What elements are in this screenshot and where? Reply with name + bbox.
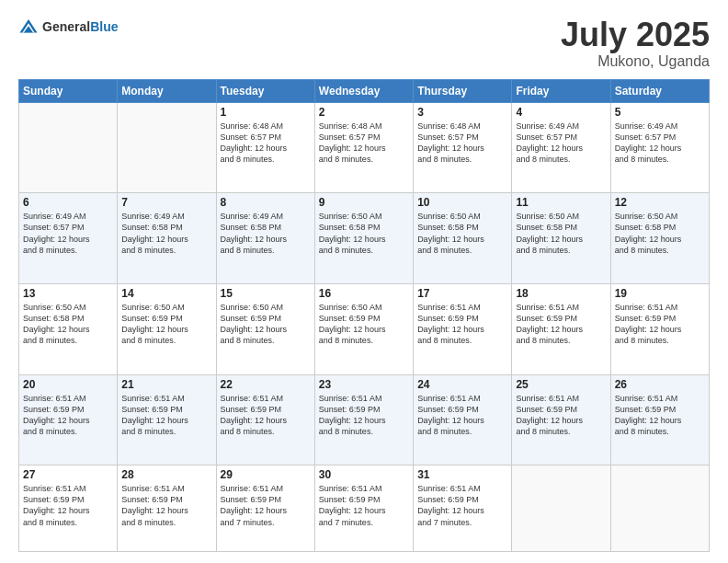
table-row: 16Sunrise: 6:50 AMSunset: 6:59 PMDayligh… (314, 283, 413, 374)
day-info: Sunrise: 6:51 AMSunset: 6:59 PMDaylight:… (121, 393, 211, 438)
table-row (19, 102, 118, 193)
day-number: 29 (221, 468, 311, 481)
header: GeneralBlue July 2025 Mukono, Uganda (18, 17, 710, 70)
calendar-week-row: 13Sunrise: 6:50 AMSunset: 6:58 PMDayligh… (19, 283, 710, 374)
day-info: Sunrise: 6:50 AMSunset: 6:58 PMDaylight:… (319, 211, 409, 256)
day-info: Sunrise: 6:51 AMSunset: 6:59 PMDaylight:… (319, 393, 409, 438)
day-number: 23 (319, 378, 409, 391)
table-row: 30Sunrise: 6:51 AMSunset: 6:59 PMDayligh… (314, 465, 413, 552)
page: GeneralBlue July 2025 Mukono, Uganda Sun… (0, 0, 728, 563)
day-number: 4 (516, 106, 606, 119)
day-info: Sunrise: 6:49 AMSunset: 6:57 PMDaylight:… (23, 211, 113, 256)
header-friday: Friday (512, 79, 610, 102)
main-title: July 2025 (561, 17, 710, 53)
table-row: 17Sunrise: 6:51 AMSunset: 6:59 PMDayligh… (414, 283, 512, 374)
header-saturday: Saturday (610, 79, 709, 102)
day-number: 22 (221, 378, 311, 391)
day-number: 28 (121, 468, 211, 481)
day-number: 20 (23, 378, 113, 391)
day-info: Sunrise: 6:51 AMSunset: 6:59 PMDaylight:… (615, 302, 705, 347)
day-number: 6 (23, 196, 113, 209)
day-number: 15 (221, 287, 311, 300)
table-row: 28Sunrise: 6:51 AMSunset: 6:59 PMDayligh… (118, 465, 216, 552)
day-info: Sunrise: 6:51 AMSunset: 6:59 PMDaylight:… (23, 393, 113, 438)
table-row: 4Sunrise: 6:49 AMSunset: 6:57 PMDaylight… (512, 102, 610, 193)
day-number: 25 (516, 378, 606, 391)
day-number: 18 (516, 287, 606, 300)
table-row: 8Sunrise: 6:49 AMSunset: 6:58 PMDaylight… (216, 193, 314, 284)
day-info: Sunrise: 6:48 AMSunset: 6:57 PMDaylight:… (417, 121, 507, 166)
table-row: 3Sunrise: 6:48 AMSunset: 6:57 PMDaylight… (414, 102, 512, 193)
day-info: Sunrise: 6:50 AMSunset: 6:58 PMDaylight:… (23, 302, 113, 347)
table-row: 25Sunrise: 6:51 AMSunset: 6:59 PMDayligh… (512, 374, 610, 465)
table-row: 21Sunrise: 6:51 AMSunset: 6:59 PMDayligh… (118, 374, 216, 465)
day-info: Sunrise: 6:48 AMSunset: 6:57 PMDaylight:… (221, 121, 311, 166)
day-info: Sunrise: 6:50 AMSunset: 6:59 PMDaylight:… (121, 302, 211, 347)
day-info: Sunrise: 6:49 AMSunset: 6:58 PMDaylight:… (121, 211, 211, 256)
day-info: Sunrise: 6:50 AMSunset: 6:59 PMDaylight:… (221, 302, 311, 347)
calendar-table: Sunday Monday Tuesday Wednesday Thursday… (18, 79, 710, 552)
day-info: Sunrise: 6:50 AMSunset: 6:58 PMDaylight:… (417, 211, 507, 256)
day-info: Sunrise: 6:51 AMSunset: 6:59 PMDaylight:… (221, 483, 311, 528)
day-number: 3 (417, 106, 507, 119)
day-info: Sunrise: 6:51 AMSunset: 6:59 PMDaylight:… (23, 483, 113, 528)
table-row: 6Sunrise: 6:49 AMSunset: 6:57 PMDaylight… (19, 193, 118, 284)
table-row: 10Sunrise: 6:50 AMSunset: 6:58 PMDayligh… (414, 193, 512, 284)
day-number: 14 (121, 287, 211, 300)
logo: GeneralBlue (18, 17, 118, 37)
table-row: 1Sunrise: 6:48 AMSunset: 6:57 PMDaylight… (216, 102, 314, 193)
table-row: 2Sunrise: 6:48 AMSunset: 6:57 PMDaylight… (314, 102, 413, 193)
table-row: 23Sunrise: 6:51 AMSunset: 6:59 PMDayligh… (314, 374, 413, 465)
day-number: 31 (417, 468, 507, 481)
day-info: Sunrise: 6:50 AMSunset: 6:58 PMDaylight:… (615, 211, 705, 256)
logo-general: General (42, 19, 90, 34)
header-wednesday: Wednesday (314, 79, 413, 102)
table-row: 27Sunrise: 6:51 AMSunset: 6:59 PMDayligh… (19, 465, 118, 552)
day-info: Sunrise: 6:51 AMSunset: 6:59 PMDaylight:… (417, 302, 507, 347)
table-row: 26Sunrise: 6:51 AMSunset: 6:59 PMDayligh… (610, 374, 709, 465)
day-number: 5 (615, 106, 705, 119)
table-row: 19Sunrise: 6:51 AMSunset: 6:59 PMDayligh… (610, 283, 709, 374)
day-number: 13 (23, 287, 113, 300)
day-number: 19 (615, 287, 705, 300)
header-monday: Monday (118, 79, 216, 102)
logo-blue: Blue (90, 19, 118, 34)
table-row: 13Sunrise: 6:50 AMSunset: 6:58 PMDayligh… (19, 283, 118, 374)
table-row: 9Sunrise: 6:50 AMSunset: 6:58 PMDaylight… (314, 193, 413, 284)
day-number: 17 (417, 287, 507, 300)
day-number: 10 (417, 196, 507, 209)
header-thursday: Thursday (414, 79, 512, 102)
day-info: Sunrise: 6:49 AMSunset: 6:58 PMDaylight:… (221, 211, 311, 256)
calendar-week-row: 6Sunrise: 6:49 AMSunset: 6:57 PMDaylight… (19, 193, 710, 284)
day-info: Sunrise: 6:48 AMSunset: 6:57 PMDaylight:… (319, 121, 409, 166)
day-number: 30 (319, 468, 409, 481)
day-info: Sunrise: 6:51 AMSunset: 6:59 PMDaylight:… (615, 393, 705, 438)
day-number: 8 (221, 196, 311, 209)
day-info: Sunrise: 6:51 AMSunset: 6:59 PMDaylight:… (516, 393, 606, 438)
day-info: Sunrise: 6:51 AMSunset: 6:59 PMDaylight:… (221, 393, 311, 438)
day-info: Sunrise: 6:49 AMSunset: 6:57 PMDaylight:… (516, 121, 606, 166)
day-number: 1 (221, 106, 311, 119)
day-info: Sunrise: 6:50 AMSunset: 6:58 PMDaylight:… (516, 211, 606, 256)
day-number: 16 (319, 287, 409, 300)
day-number: 9 (319, 196, 409, 209)
day-info: Sunrise: 6:51 AMSunset: 6:59 PMDaylight:… (417, 393, 507, 438)
table-row: 14Sunrise: 6:50 AMSunset: 6:59 PMDayligh… (118, 283, 216, 374)
title-block: July 2025 Mukono, Uganda (561, 17, 710, 70)
table-row: 15Sunrise: 6:50 AMSunset: 6:59 PMDayligh… (216, 283, 314, 374)
day-number: 27 (23, 468, 113, 481)
day-number: 12 (615, 196, 705, 209)
day-info: Sunrise: 6:50 AMSunset: 6:59 PMDaylight:… (319, 302, 409, 347)
table-row: 11Sunrise: 6:50 AMSunset: 6:58 PMDayligh… (512, 193, 610, 284)
day-number: 21 (121, 378, 211, 391)
table-row: 5Sunrise: 6:49 AMSunset: 6:57 PMDaylight… (610, 102, 709, 193)
day-number: 11 (516, 196, 606, 209)
day-info: Sunrise: 6:51 AMSunset: 6:59 PMDaylight:… (516, 302, 606, 347)
table-row: 31Sunrise: 6:51 AMSunset: 6:59 PMDayligh… (414, 465, 512, 552)
day-number: 2 (319, 106, 409, 119)
weekday-header-row: Sunday Monday Tuesday Wednesday Thursday… (19, 79, 710, 102)
table-row (610, 465, 709, 552)
table-row: 22Sunrise: 6:51 AMSunset: 6:59 PMDayligh… (216, 374, 314, 465)
day-number: 26 (615, 378, 705, 391)
table-row: 7Sunrise: 6:49 AMSunset: 6:58 PMDaylight… (118, 193, 216, 284)
